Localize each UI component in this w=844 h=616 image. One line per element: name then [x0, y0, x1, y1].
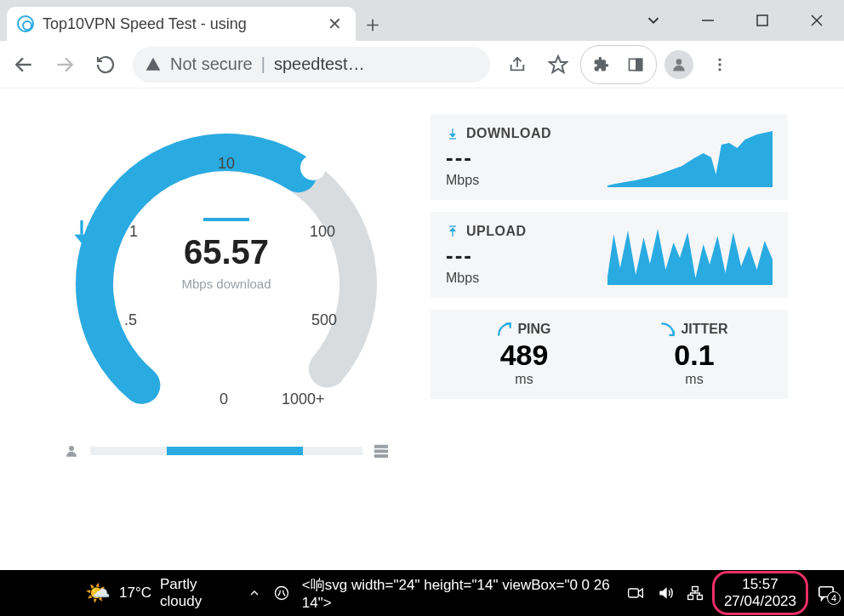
tab-search-button[interactable] — [626, 0, 681, 41]
speedtest-page: 0 .5 1 10 100 500 1000+ 65.57 Mbps downl… — [0, 88, 844, 570]
svg-rect-26 — [697, 596, 702, 600]
window-controls — [626, 0, 844, 41]
svg-rect-1 — [757, 15, 767, 26]
svg-point-10 — [718, 58, 721, 60]
upload-icon — [446, 225, 459, 238]
gauge-tick-05: .5 — [124, 311, 137, 329]
download-icon — [446, 127, 459, 140]
window-minimize-button[interactable] — [681, 0, 735, 41]
notification-badge: 4 — [827, 591, 841, 605]
browser-tabstrip: Top10VPN Speed Test - using ✕ ＋ — [0, 0, 844, 41]
taskbar-date: 27/04/2023 — [724, 593, 796, 610]
tab-favicon — [17, 15, 34, 32]
taskbar-weather[interactable]: 🌤️ 17°C Partly cloudy — [85, 576, 236, 610]
download-sparkline — [607, 128, 773, 187]
not-secure-icon — [145, 56, 162, 73]
jitter-icon — [660, 322, 676, 337]
tray-network-icon[interactable] — [687, 585, 704, 602]
url-text: speedtest… — [274, 54, 365, 74]
avatar-icon — [664, 50, 693, 79]
svg-point-9 — [676, 59, 682, 65]
upload-value: --- — [446, 242, 590, 269]
gauge-tick-0: 0 — [220, 391, 228, 408]
gauge-center: 65.57 Mbps download — [65, 216, 388, 291]
download-underline — [203, 218, 249, 221]
extensions-button[interactable] — [586, 49, 617, 80]
svg-rect-19 — [374, 454, 388, 458]
windows-taskbar: 🌤️ 17°C Partly cloudy <响svg width="24" h… — [0, 570, 844, 616]
ping-title: PING — [517, 322, 550, 337]
upload-title: UPLOAD — [466, 224, 527, 239]
extensions-group — [580, 45, 657, 84]
weather-text: Partly cloudy — [160, 576, 236, 610]
svg-rect-21 — [449, 225, 456, 226]
tray-notifications-icon[interactable]: 4 — [817, 585, 835, 602]
gauge-unit: Mbps download — [65, 277, 388, 291]
svg-rect-23 — [629, 589, 639, 597]
download-unit: Mbps — [446, 173, 590, 188]
tray-language-icon[interactable] — [273, 585, 290, 602]
weather-temp: 17°C — [119, 585, 151, 602]
system-tray: <响svg width="24" height="14" viewBox="0 … — [248, 574, 835, 611]
gauge-tick-500: 500 — [311, 311, 337, 329]
bookmark-button[interactable] — [539, 46, 577, 83]
security-label: Not secure — [170, 54, 253, 74]
reload-button[interactable] — [87, 46, 124, 83]
progress-bar — [90, 447, 362, 455]
omnibox-separator: | — [261, 54, 265, 74]
sidepanel-button[interactable] — [620, 49, 651, 80]
taskbar-time: 15:57 — [724, 576, 796, 593]
client-icon — [61, 442, 82, 459]
gauge-value: 65.57 — [65, 233, 388, 271]
gauge-tick-10: 10 — [218, 155, 235, 173]
progress-fill — [167, 447, 303, 455]
tray-battery-icon[interactable]: <响svg width="24" height="14" viewBox="0 … — [302, 575, 615, 612]
server-icon — [371, 442, 391, 459]
ping-unit: ms — [439, 372, 609, 387]
connection-row — [56, 442, 396, 459]
new-tab-button[interactable]: ＋ — [356, 7, 390, 41]
svg-rect-8 — [636, 59, 642, 70]
upload-unit: Mbps — [446, 271, 590, 286]
taskbar-clock[interactable]: 15:57 27/04/2023 — [716, 574, 805, 611]
upload-card: UPLOAD --- Mbps — [431, 212, 788, 298]
jitter-value: 0.1 — [609, 339, 779, 372]
jitter-block: JITTER 0.1 ms — [609, 322, 779, 387]
tab-close-icon[interactable]: ✕ — [324, 14, 345, 34]
svg-rect-24 — [693, 587, 699, 591]
download-card: DOWNLOAD --- Mbps — [431, 114, 788, 200]
address-bar[interactable]: Not secure | speedtest… — [133, 47, 490, 83]
ping-jitter-card: PING 489 ms JITTER 0.1 ms — [431, 310, 788, 399]
ping-value: 489 — [439, 339, 609, 372]
browser-tab-active[interactable]: Top10VPN Speed Test - using ✕ — [7, 7, 356, 41]
upload-sparkline — [607, 225, 773, 285]
svg-point-16 — [69, 446, 74, 451]
gauge-panel: 0 .5 1 10 100 500 1000+ 65.57 Mbps downl… — [56, 114, 396, 459]
jitter-title: JITTER — [681, 322, 727, 337]
svg-point-12 — [718, 68, 721, 71]
jitter-unit: ms — [609, 372, 779, 387]
window-maximize-button[interactable] — [735, 0, 790, 41]
svg-rect-25 — [688, 596, 693, 600]
tab-title: Top10VPN Speed Test - using — [43, 15, 316, 33]
window-close-button[interactable] — [790, 0, 844, 41]
tray-expand-icon[interactable] — [248, 586, 261, 600]
tray-meet-icon[interactable] — [627, 586, 644, 600]
kebab-menu-button[interactable] — [701, 46, 738, 83]
speed-gauge: 0 .5 1 10 100 500 1000+ 65.57 Mbps downl… — [65, 114, 388, 437]
back-button[interactable] — [5, 46, 43, 83]
download-value: --- — [446, 145, 590, 171]
share-button[interactable] — [499, 46, 536, 83]
svg-point-22 — [275, 587, 288, 600]
forward-button[interactable] — [46, 46, 83, 83]
metrics-panel: DOWNLOAD --- Mbps UPLOAD --- Mbps — [431, 114, 788, 399]
svg-marker-6 — [550, 56, 567, 72]
svg-point-15 — [300, 155, 326, 180]
ping-block: PING 489 ms — [439, 322, 609, 387]
svg-rect-18 — [374, 449, 388, 453]
profile-button[interactable] — [660, 46, 698, 83]
svg-rect-20 — [449, 138, 456, 139]
gauge-tick-1000: 1000+ — [282, 391, 325, 408]
svg-point-11 — [718, 63, 721, 66]
tray-volume-icon[interactable] — [656, 585, 675, 602]
